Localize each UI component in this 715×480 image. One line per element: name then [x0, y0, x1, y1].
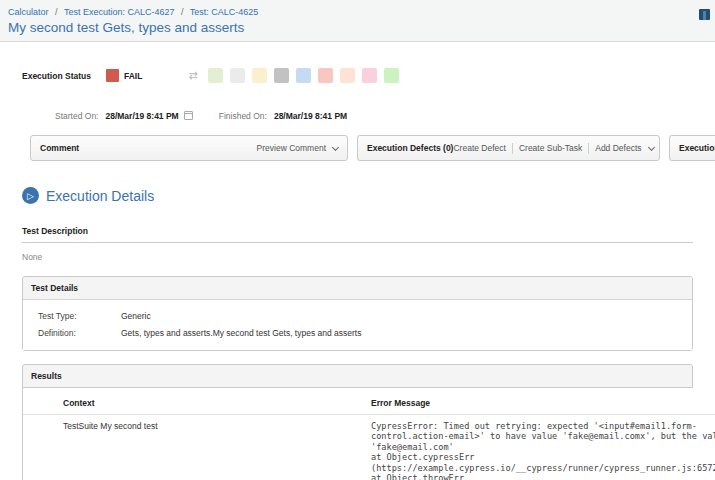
definition-row: Definition: Gets, types and asserts.My s…: [23, 325, 692, 342]
comment-panel: Comment Preview Comment: [30, 135, 348, 161]
context-column-header: Context: [23, 398, 371, 408]
execution-evidence-panel: Execution Evidence: [669, 135, 715, 161]
test-type-value: Generic: [121, 308, 151, 325]
execution-defects-panel: Execution Defects (0) Create Defect Crea…: [357, 135, 660, 161]
definition-value: Gets, types and asserts.My second test G…: [121, 325, 361, 342]
divider: [588, 143, 589, 154]
results-table-header: Context Error Message: [23, 398, 715, 415]
test-type-row: Test Type: Generic: [23, 308, 692, 325]
test-description-value: None: [22, 252, 693, 262]
status-value: FAIL: [124, 71, 142, 81]
status-fail-swatch: [106, 69, 119, 82]
test-details-title: Test Details: [23, 277, 692, 300]
breadcrumb-link-test[interactable]: Test: CALC-4625: [190, 7, 259, 17]
result-context-cell: TestSuite My second test: [23, 421, 371, 480]
panels-row: Comment Preview Comment Execution Defect…: [30, 135, 715, 161]
page-header: Calculator / Test Execution: CALC-4627 /…: [0, 0, 715, 42]
test-description-title: Test Description: [22, 226, 693, 243]
test-details-panel: Test Details Test Type: Generic Definiti…: [22, 276, 693, 351]
table-row: TestSuite My second test CypressError: T…: [23, 415, 715, 480]
execution-details-title: Execution Details: [46, 188, 154, 204]
page-title: My second test Gets, types and asserts: [8, 20, 715, 35]
chevron-down-icon[interactable]: [647, 143, 654, 150]
preview-comment-button[interactable]: Preview Comment: [257, 143, 326, 153]
test-description-section: Test Description None: [22, 226, 693, 262]
status-color-swatch[interactable]: [362, 68, 377, 83]
definition-label: Definition:: [38, 325, 121, 342]
results-table: Context Error Message TestSuite My secon…: [22, 388, 715, 480]
divider: [512, 143, 513, 154]
breadcrumb: Calculator / Test Execution: CALC-4627 /…: [8, 7, 715, 17]
execution-defects-title: Execution Defects (0): [367, 143, 453, 153]
status-color-swatch[interactable]: [252, 68, 267, 83]
result-error-cell: CypressError: Timed out retrying: expect…: [371, 421, 715, 480]
finished-on-label: Finished On:: [219, 111, 267, 121]
status-color-swatch[interactable]: [230, 68, 245, 83]
status-color-swatch[interactable]: [340, 68, 355, 83]
execution-status-row: Execution Status FAIL ⇄: [22, 68, 715, 83]
status-color-swatch[interactable]: [274, 68, 289, 83]
status-color-swatch[interactable]: [296, 68, 311, 83]
create-defect-button[interactable]: Create Defect: [453, 143, 505, 153]
export-icon[interactable]: [699, 9, 710, 20]
results-title: Results: [22, 364, 693, 388]
chevron-down-icon[interactable]: [332, 143, 339, 150]
calendar-icon[interactable]: [184, 111, 193, 120]
breadcrumb-separator: /: [55, 7, 58, 17]
status-color-swatch[interactable]: [208, 68, 223, 83]
status-color-swatch[interactable]: [318, 68, 333, 83]
execution-details-heading: ▷ Execution Details: [22, 187, 715, 204]
test-type-label: Test Type:: [38, 308, 121, 325]
status-color-swatch[interactable]: [384, 68, 399, 83]
finished-on-value: 28/Mar/19 8:41 PM: [274, 111, 347, 121]
started-on-label: Started On:: [55, 111, 98, 121]
execution-times-row: Started On: 28/Mar/19 8:41 PM Finished O…: [55, 109, 715, 122]
change-status-arrows-icon[interactable]: ⇄: [188, 70, 197, 81]
execution-evidence-title: Execution Evidence: [679, 143, 715, 153]
breadcrumb-link-calculator[interactable]: Calculator: [8, 7, 49, 17]
comment-panel-title: Comment: [40, 143, 79, 153]
error-message-column-header: Error Message: [371, 398, 715, 408]
error-message-text: CypressError: Timed out retrying: expect…: [371, 421, 715, 480]
status-palette: [208, 68, 406, 83]
breadcrumb-separator: /: [181, 7, 184, 17]
breadcrumb-link-test-execution[interactable]: Test Execution: CALC-4627: [64, 7, 175, 17]
execution-status-label: Execution Status: [22, 71, 91, 81]
create-subtask-button[interactable]: Create Sub-Task: [519, 143, 582, 153]
started-on-value: 28/Mar/19 8:41 PM: [105, 111, 178, 121]
play-icon: ▷: [22, 187, 39, 204]
add-defects-button[interactable]: Add Defects: [595, 143, 641, 153]
